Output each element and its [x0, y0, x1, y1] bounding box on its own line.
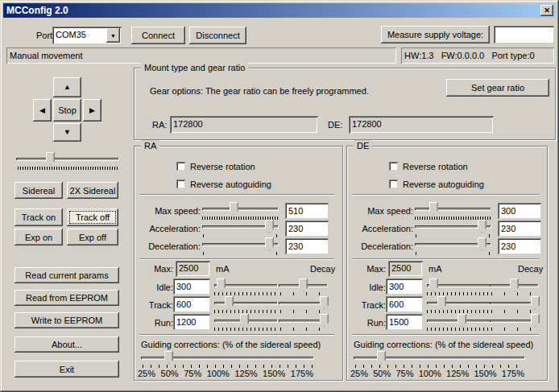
- ra-guiding-slider[interactable]: [141, 350, 313, 365]
- window-title: MCConfig 2.0: [3, 5, 68, 16]
- move-right-button[interactable]: ▶: [83, 99, 101, 122]
- move-down-button[interactable]: ▼: [53, 123, 81, 142]
- move-up-button[interactable]: ▲: [53, 77, 81, 97]
- write-to-eeprom-button[interactable]: Write to EEPROM: [14, 312, 119, 328]
- slider-thumb[interactable]: [429, 279, 438, 291]
- slider-thumb[interactable]: [320, 314, 329, 327]
- ra-idle-decay-slider[interactable]: [279, 278, 327, 292]
- ra-run-input[interactable]: [173, 314, 210, 330]
- ra-reverse-autoguiding-checkbox[interactable]: [176, 179, 185, 188]
- stop-button[interactable]: Stop: [53, 99, 81, 122]
- track-off-button[interactable]: Track off: [67, 208, 118, 226]
- de-max-speed-slider[interactable]: [415, 201, 491, 216]
- ra-run-decay-slider[interactable]: [279, 313, 327, 328]
- slider-thumb[interactable]: [217, 279, 226, 291]
- title-bar[interactable]: MCConfig 2.0 ✕: [3, 3, 556, 18]
- de-reverse-rotation-label: Reverse rotation: [403, 162, 468, 171]
- ticks: [280, 328, 325, 331]
- ra-deceleration-slider[interactable]: [202, 237, 278, 251]
- exp-off-button[interactable]: Exp off: [67, 229, 118, 246]
- de-gear-field[interactable]: 172800: [349, 116, 494, 134]
- de-track-label: Track:: [350, 300, 386, 310]
- disconnect-button[interactable]: Disconnect: [189, 27, 246, 44]
- de-max-current-label: Max:: [350, 264, 386, 274]
- slider-thumb[interactable]: [265, 220, 274, 233]
- slider-thumb[interactable]: [265, 237, 274, 250]
- slider-thumb[interactable]: [46, 152, 55, 165]
- de-deceleration-input[interactable]: [498, 238, 541, 254]
- de-run-decay-slider[interactable]: [490, 313, 538, 328]
- de-acceleration-slider[interactable]: [415, 219, 491, 233]
- slider-thumb[interactable]: [240, 314, 249, 327]
- close-button[interactable]: ✕: [540, 5, 553, 16]
- left-arrow-icon: ◀: [39, 107, 45, 114]
- de-track-slider[interactable]: [427, 295, 490, 310]
- read-current-params-button[interactable]: Read current params: [14, 267, 119, 283]
- set-gear-ratio-button[interactable]: Set gear ratio: [446, 79, 549, 97]
- slider-thumb[interactable]: [429, 202, 438, 215]
- slider-thumb[interactable]: [510, 279, 519, 291]
- ra-acceleration-slider[interactable]: [202, 219, 278, 233]
- ra-track-slider[interactable]: [214, 295, 277, 310]
- slider-thumb[interactable]: [225, 296, 234, 309]
- voltage-field[interactable]: [494, 26, 554, 43]
- de-idle-input[interactable]: [386, 279, 423, 295]
- de-max-speed-label: Max speed:: [350, 206, 413, 216]
- sidereal-2x-button[interactable]: 2X Sidereal: [67, 182, 118, 199]
- de-track-input[interactable]: [386, 296, 423, 312]
- ra-run-slider[interactable]: [214, 313, 277, 328]
- ra-acceleration-input[interactable]: [285, 221, 329, 237]
- de-deceleration-slider[interactable]: [415, 237, 491, 251]
- read-from-eeprom-button[interactable]: Read from EEPROM: [14, 290, 119, 306]
- de-run-slider[interactable]: [427, 313, 490, 328]
- exit-button[interactable]: Exit: [14, 361, 119, 378]
- slider-thumb[interactable]: [531, 314, 540, 327]
- slider-thumb[interactable]: [164, 351, 173, 364]
- de-idle-decay-slider[interactable]: [490, 278, 538, 292]
- de-idle-slider[interactable]: [427, 278, 490, 292]
- slider-thumb[interactable]: [458, 314, 466, 327]
- port-combobox[interactable]: COM35 ▼: [52, 27, 122, 44]
- ra-track-decay-slider[interactable]: [279, 295, 327, 310]
- mount-group-title: Mount type and gear ratio: [141, 62, 248, 73]
- ra-idle-input[interactable]: [173, 279, 210, 295]
- chevron-down-icon[interactable]: ▼: [106, 28, 120, 43]
- sidereal-button[interactable]: Sidereal: [14, 182, 63, 199]
- ra-gear-field[interactable]: 172800: [170, 116, 318, 134]
- measure-voltage-button[interactable]: Measure supply voltage:: [381, 26, 490, 43]
- track-on-button[interactable]: Track on: [14, 208, 63, 226]
- ra-max-speed-slider[interactable]: [202, 201, 278, 216]
- de-run-input[interactable]: [386, 314, 423, 330]
- ticks: [214, 328, 277, 331]
- connect-button[interactable]: Connect: [131, 27, 185, 44]
- de-max-speed-input[interactable]: [498, 203, 541, 219]
- slider-thumb[interactable]: [377, 351, 386, 364]
- de-deceleration-label: Deceleration:: [350, 241, 413, 251]
- move-left-button[interactable]: ◀: [33, 99, 52, 122]
- about-button[interactable]: About...: [14, 336, 119, 353]
- de-track-decay-slider[interactable]: [490, 295, 538, 310]
- de-acceleration-input[interactable]: [498, 221, 541, 237]
- ra-reverse-rotation-checkbox[interactable]: [176, 162, 185, 171]
- ra-idle-slider[interactable]: [214, 278, 277, 292]
- ra-group-title: RA: [141, 140, 159, 151]
- slider-thumb[interactable]: [478, 237, 487, 250]
- de-reverse-autoguiding-checkbox[interactable]: [389, 179, 398, 188]
- separator: [352, 258, 539, 260]
- manual-speed-slider[interactable]: [16, 151, 118, 166]
- slider-thumb[interactable]: [299, 279, 308, 291]
- slider-thumb[interactable]: [320, 296, 329, 309]
- slider-thumb[interactable]: [531, 296, 540, 309]
- slider-thumb[interactable]: [478, 220, 487, 233]
- ra-track-input[interactable]: [173, 296, 210, 312]
- ra-max-speed-input[interactable]: [285, 203, 329, 219]
- ra-acceleration-label: Acceleration:: [138, 224, 201, 233]
- de-run-label: Run:: [350, 318, 386, 328]
- slider-thumb[interactable]: [230, 202, 238, 215]
- slider-thumb[interactable]: [437, 296, 446, 309]
- de-reverse-rotation-checkbox[interactable]: [389, 162, 398, 171]
- ra-deceleration-input[interactable]: [285, 238, 329, 254]
- ra-idle-label: Idle:: [138, 283, 173, 292]
- de-guiding-slider[interactable]: [354, 350, 524, 365]
- exp-on-button[interactable]: Exp on: [14, 229, 63, 246]
